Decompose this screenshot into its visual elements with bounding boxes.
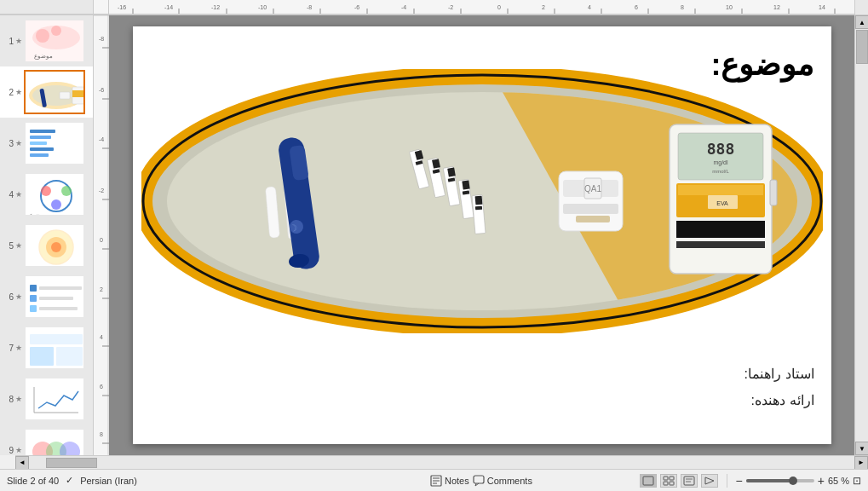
slideshow-button[interactable] [701,474,718,488]
slide-thumb-4[interactable]: 4 ★ موضوع [0,169,93,220]
slide-thumb-9[interactable]: 9 ★ [0,425,93,455]
status-separator [727,474,727,488]
svg-rect-145 [676,221,765,238]
slide-thumb-8[interactable]: 8 ★ [0,373,93,425]
notes-button[interactable]: Notes [430,475,469,487]
svg-text:2: 2 [542,4,545,10]
fit-button[interactable]: ⊡ [853,475,861,487]
scroll-thumb-horizontal[interactable] [46,458,97,468]
slide-thumb-7[interactable]: 7 ★ [0,322,93,373]
slide-star-4: ★ [15,190,24,199]
svg-text:0: 0 [497,4,501,10]
slide-image-8 [24,377,85,421]
bottom-scrollbar: ◄ ► [15,455,868,469]
svg-text:-4: -4 [401,4,406,10]
svg-text:-4: -4 [99,136,104,142]
svg-text:موضوع: موضوع [30,212,45,217]
slide-canvas[interactable]: موضوع: [133,26,831,444]
slide-star-6: ★ [15,292,24,301]
scroll-up-button[interactable]: ▲ [855,15,868,29]
svg-rect-43 [60,92,70,99]
svg-rect-50 [30,147,54,151]
svg-text:QA1: QA1 [583,184,601,194]
slide-star-8: ★ [15,395,24,403]
slide-thumb-5[interactable]: 5 ★ [0,220,93,271]
slide-num-1: 1 [2,37,14,46]
zoom-handle[interactable] [789,477,797,485]
zoom-in-button[interactable]: + [818,474,825,488]
svg-text:6: 6 [100,384,103,390]
scroll-track-horizontal[interactable] [29,456,854,469]
zoom-controls: − + 65 % ⊡ [736,474,861,488]
scroll-right-button[interactable]: ► [854,456,868,470]
svg-rect-137 [576,216,610,222]
svg-text:-6: -6 [99,87,104,93]
slide-num-2: 2 [2,88,14,97]
slide-image-2 [24,70,85,114]
svg-point-56 [51,199,61,210]
scroll-thumb-vertical[interactable] [856,30,868,64]
svg-rect-72 [56,347,83,366]
svg-rect-146 [676,241,765,248]
svg-rect-159 [670,482,674,485]
svg-rect-130 [474,196,482,205]
svg-text:☽: ☽ [288,222,298,234]
svg-rect-160 [684,477,694,485]
svg-marker-163 [705,477,714,484]
svg-text:888: 888 [706,140,734,158]
svg-rect-47 [30,130,55,133]
svg-rect-157 [670,477,674,480]
zoom-slider-track[interactable] [746,479,814,482]
zoom-out-button[interactable]: − [736,474,743,488]
presenter-label: ارائه دهنده: [150,392,814,408]
slide-num-5: 5 [2,241,14,251]
slide-text-section: استاد راهنما: ارائه دهنده: [150,366,814,419]
slide-star-1: ★ [15,37,24,45]
svg-text:4: 4 [100,334,103,340]
slide-num-9: 9 [2,446,14,455]
svg-text:-8: -8 [99,36,104,42]
slide-star-9: ★ [15,446,24,454]
svg-text:-2: -2 [99,188,104,194]
slide-info: Slide 2 of 40 [7,476,59,486]
svg-rect-45 [72,90,84,97]
svg-rect-64 [30,295,37,302]
ruler-horizontal: -16 -14 -12 -10 -8 -6 -4 -2 0 2 [109,0,854,14]
status-center: Notes Comments [323,475,639,487]
view-buttons [640,474,718,488]
svg-rect-158 [664,482,668,485]
slide-image-7 [24,326,85,370]
svg-point-55 [61,186,72,196]
svg-text:mg/dl: mg/dl [713,159,728,166]
scroll-down-button[interactable]: ▼ [855,442,868,455]
slide-thumb-2[interactable]: 2 ★ [0,66,93,118]
slide-image-5 [24,223,85,268]
comments-button[interactable]: Comments [473,475,532,487]
slide-star-5: ★ [15,241,24,250]
app-container: -16 -14 -12 -10 -8 -6 -4 -2 0 2 [0,0,868,491]
svg-rect-65 [30,305,37,312]
svg-rect-154 [474,476,484,483]
svg-text:0: 0 [100,237,103,243]
status-left: Slide 2 of 40 ✓ Persian (Iran) [7,475,323,486]
svg-rect-49 [30,142,47,145]
zoom-fill [746,479,790,482]
normal-view-button[interactable] [640,474,657,488]
reading-view-button[interactable] [681,474,698,488]
status-right: − + 65 % ⊡ [640,474,861,488]
svg-rect-66 [39,286,82,290]
svg-text:12: 12 [773,4,780,10]
slide-thumb-1[interactable]: 1 ★ موضوع [0,15,93,66]
slide-sorter-button[interactable] [660,474,677,488]
comments-icon [473,475,485,487]
scroll-left-button[interactable]: ◄ [15,456,29,470]
svg-text:2: 2 [100,286,103,292]
svg-rect-124 [447,167,456,176]
slide-thumb-3[interactable]: 3 ★ [0,118,93,169]
scroll-track-vertical[interactable] [855,29,868,442]
slide-thumb-6[interactable]: 6 ★ [0,271,93,322]
svg-rect-48 [30,136,51,139]
svg-text:-16: -16 [118,4,126,10]
svg-rect-63 [30,285,37,292]
svg-rect-156 [664,477,668,480]
